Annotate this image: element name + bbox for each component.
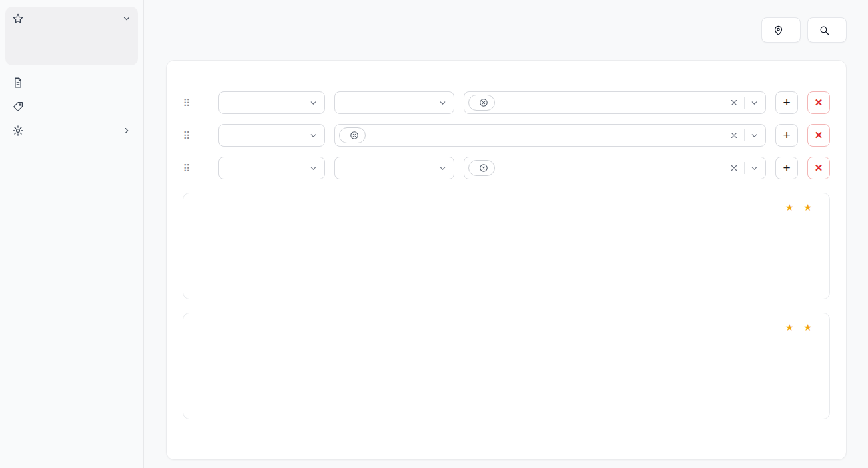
sidebar-item-competitors[interactable] bbox=[29, 49, 138, 59]
drag-handle-icon[interactable]: ⠿ bbox=[183, 163, 191, 173]
selected-chip bbox=[468, 95, 495, 111]
chevron-down-icon bbox=[438, 164, 447, 173]
overview-card: ⠿ + ✕ bbox=[166, 60, 847, 460]
clear-icon[interactable] bbox=[729, 163, 739, 173]
chip-remove-icon[interactable] bbox=[479, 98, 488, 107]
divider bbox=[744, 129, 745, 141]
chart-body bbox=[194, 339, 819, 399]
sidebar-item-settings[interactable] bbox=[5, 119, 138, 143]
chart-card-all-competitors: ★ ★ bbox=[183, 313, 830, 419]
chevron-down-icon[interactable] bbox=[750, 99, 759, 107]
chip-remove-icon[interactable] bbox=[350, 131, 359, 140]
source-select[interactable] bbox=[218, 124, 325, 147]
header-actions bbox=[761, 17, 847, 43]
divider bbox=[744, 162, 745, 174]
chevron-down-icon bbox=[309, 99, 318, 107]
chevron-down-icon bbox=[438, 99, 447, 107]
chart-header: ★ ★ bbox=[194, 202, 819, 213]
divider bbox=[744, 97, 745, 109]
chevron-down-icon[interactable] bbox=[750, 164, 759, 173]
document-icon bbox=[12, 77, 24, 89]
filter-row: ⠿ + ✕ bbox=[183, 91, 830, 114]
competitors-multiselect[interactable] bbox=[334, 124, 766, 147]
source-select[interactable] bbox=[218, 157, 325, 179]
manage-locations-button[interactable] bbox=[761, 17, 801, 43]
star-icon: ★ bbox=[803, 202, 812, 213]
chevron-down-icon[interactable] bbox=[750, 131, 759, 140]
add-row-button[interactable]: + bbox=[775, 157, 798, 179]
selected-chip bbox=[468, 160, 495, 176]
sidebar-item-our-locations[interactable] bbox=[29, 40, 138, 49]
sidebar-item-surveys[interactable] bbox=[5, 71, 138, 95]
page-header bbox=[166, 17, 847, 43]
clear-icon[interactable] bbox=[729, 98, 739, 107]
sidebar-group-reputation bbox=[5, 7, 138, 65]
multiselect-controls bbox=[729, 97, 759, 109]
manage-competitors-button[interactable] bbox=[807, 17, 847, 43]
magnifier-icon bbox=[819, 25, 830, 36]
x-axis bbox=[219, 401, 819, 412]
sidebar-item-reputation[interactable] bbox=[5, 7, 138, 31]
locations-multiselect[interactable] bbox=[464, 91, 766, 114]
chart-card-all-locations: ★ ★ bbox=[183, 193, 830, 299]
chart-header: ★ ★ bbox=[194, 322, 819, 333]
chip-remove-icon[interactable] bbox=[479, 163, 488, 173]
chart-ratings: ★ ★ bbox=[785, 202, 819, 213]
delete-row-button[interactable]: ✕ bbox=[807, 124, 830, 147]
filter-row: ⠿ + ✕ bbox=[183, 124, 830, 147]
source-select[interactable] bbox=[218, 91, 325, 114]
tag-icon bbox=[12, 101, 24, 113]
add-row-button[interactable]: + bbox=[775, 124, 798, 147]
clear-icon[interactable] bbox=[729, 131, 739, 140]
star-icon: ★ bbox=[803, 322, 812, 333]
delete-row-button[interactable]: ✕ bbox=[807, 91, 830, 114]
chart-ratings: ★ ★ bbox=[785, 322, 819, 333]
star-icon bbox=[12, 13, 24, 25]
x-axis bbox=[219, 281, 819, 292]
drag-handle-icon[interactable]: ⠿ bbox=[183, 98, 191, 108]
series-color-dot bbox=[200, 163, 209, 173]
group-select[interactable] bbox=[334, 91, 454, 114]
group-select[interactable] bbox=[334, 157, 454, 179]
chevron-right-icon bbox=[122, 126, 131, 135]
drag-handle-icon[interactable]: ⠿ bbox=[183, 131, 191, 141]
chart-body bbox=[194, 219, 819, 279]
sidebar-item-overview[interactable] bbox=[29, 31, 138, 40]
chevron-down-icon bbox=[122, 14, 131, 23]
locations-multiselect[interactable] bbox=[464, 157, 766, 179]
delete-row-button[interactable]: ✕ bbox=[807, 157, 830, 179]
series-color-dot bbox=[200, 131, 209, 140]
star-icon: ★ bbox=[785, 322, 794, 333]
sidebar bbox=[0, 0, 144, 468]
map-pin-icon bbox=[773, 25, 784, 36]
sidebar-item-referral-programs[interactable] bbox=[5, 95, 138, 119]
gear-icon bbox=[12, 125, 24, 137]
main-content: ⠿ + ✕ bbox=[144, 0, 868, 468]
star-icon: ★ bbox=[785, 202, 794, 213]
series-color-dot bbox=[200, 98, 209, 107]
chevron-down-icon bbox=[309, 164, 318, 173]
chevron-down-icon bbox=[309, 131, 318, 140]
reputation-submenu bbox=[5, 31, 138, 59]
add-row-button[interactable]: + bbox=[775, 91, 798, 114]
multiselect-controls bbox=[729, 129, 759, 141]
filter-row: ⠿ + ✕ bbox=[183, 157, 830, 179]
selected-chip bbox=[339, 127, 366, 143]
multiselect-controls bbox=[729, 162, 759, 174]
